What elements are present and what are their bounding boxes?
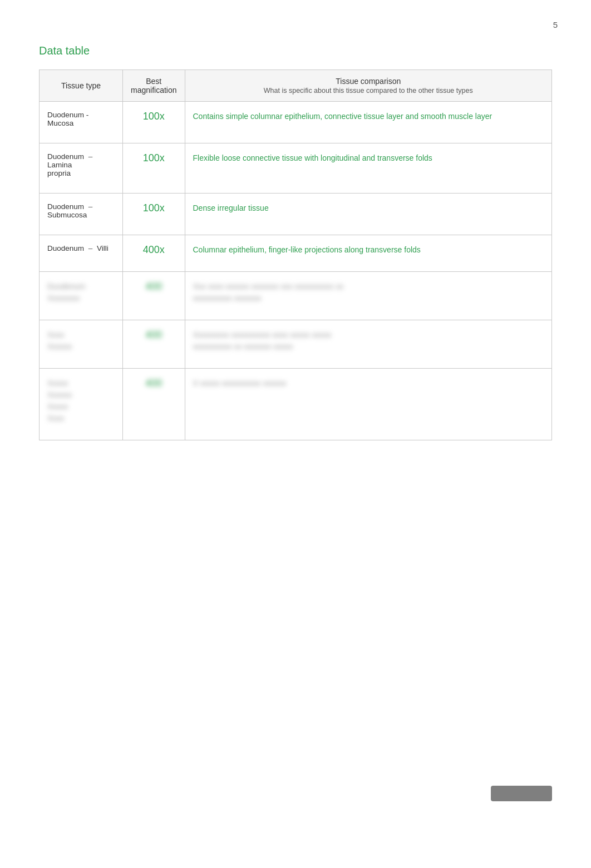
col-header-magnification: Best magnification [123,70,185,102]
magnification-value-blurred: 400 [145,329,162,340]
tissue-label: Duodenum [47,152,84,161]
section-title: Data table [39,44,552,57]
magnification-cell-blurred: 400 [123,272,185,320]
comparison-cell: Flexible loose connective tissue with lo… [185,143,552,194]
tissue-label-blurred: XxxxXxxxxx [47,330,72,351]
tissue-label: Duodenum [47,202,84,211]
tissue-label: Duodenum -Mucosa [47,111,88,127]
magnification-value: 100x [143,152,165,163]
magnification-value: 100x [143,111,165,122]
tissue-type-cell-blurred: XxxxxXxxxxxXxxxxXxxx [40,369,123,440]
magnification-cell-blurred: 400 [123,369,185,440]
col3-sub-label: What is specific about this tissue compa… [264,87,473,95]
tissue-dash: – [88,244,93,252]
data-table: Tissue type Best magnification Tissue co… [39,70,552,440]
magnification-value: 100x [143,202,165,214]
tissue-sublabel: Laminapropria [47,161,72,177]
magnification-cell: 100x [123,143,185,194]
magnification-cell-blurred: 400 [123,320,185,369]
tissue-sublabel: Submucosa [47,211,87,219]
col-header-tissue: Tissue type [40,70,123,102]
comparison-cell: Contains simple columnar epithelium, con… [185,102,552,143]
table-row: Duodenum – Villi 400x Columnar epitheliu… [40,235,552,272]
magnification-cell: 100x [123,194,185,235]
tissue-type-cell: Duodenum – Laminapropria [40,143,123,194]
magnification-value-blurred: 400 [145,281,162,292]
magnification-value-blurred: 400 [145,378,162,389]
tissue-type-cell-blurred: XxxxXxxxxx [40,320,123,369]
comparison-text-blurred: X xxxxx xxxxxxxxxx xxxxxx [193,379,287,388]
col-header-comparison: Tissue comparison What is specific about… [185,70,552,102]
tissue-sublabel: Villi [97,244,109,252]
tissue-type-cell: Duodenum – Submucosa [40,194,123,235]
table-row: XxxxXxxxxx 400 Xxxxxxxxx xxxxxxxxxx xxxx… [40,320,552,369]
comparison-text-blurred: Xxxxxxxxx xxxxxxxxxx xxxx xxxxx xxxxxxxx… [193,330,332,351]
comparison-text: Contains simple columnar epithelium, con… [193,112,493,121]
magnification-value: 400x [143,244,165,255]
tissue-dash: – [88,202,93,211]
tissue-type-cell: Duodenum – Villi [40,235,123,272]
comparison-text: Dense irregular tissue [193,204,269,212]
comparison-cell-blurred: Xxxxxxxxx xxxxxxxxxx xxxx xxxxx xxxxxxxx… [185,320,552,369]
col3-main-label: Tissue comparison [336,77,401,86]
magnification-cell: 400x [123,235,185,272]
table-row: Duodenum – Submucosa 100x Dense irregula… [40,194,552,235]
comparison-cell-blurred: X xxxxx xxxxxxxxxx xxxxxx [185,369,552,440]
tissue-type-cell-blurred: DuodenumXxxxxxxx [40,272,123,320]
tissue-label-blurred: XxxxxXxxxxxXxxxxXxxx [47,379,72,423]
table-row: DuodenumXxxxxxxx 400 Xxx xxxx xxxxxx xxx… [40,272,552,320]
tissue-type-cell: Duodenum -Mucosa [40,102,123,143]
tissue-label: Duodenum [47,244,84,252]
comparison-text-blurred: Xxx xxxx xxxxxx xxxxxxx xxx xxxxxxxxxx x… [193,282,344,302]
comparison-cell: Dense irregular tissue [185,194,552,235]
comparison-cell: Columnar epithelium, finger-like project… [185,235,552,272]
table-row: Duodenum – Laminapropria 100x Flexible l… [40,143,552,194]
table-row: XxxxxXxxxxxXxxxxXxxx 400 X xxxxx xxxxxxx… [40,369,552,440]
comparison-text: Columnar epithelium, finger-like project… [193,245,421,254]
comparison-text: Flexible loose connective tissue with lo… [193,153,432,162]
tissue-dash: – [88,152,93,161]
magnification-cell: 100x [123,102,185,143]
tissue-label-blurred: DuodenumXxxxxxxx [47,282,86,302]
bottom-bar [491,786,552,801]
table-row: Duodenum -Mucosa 100x Contains simple co… [40,102,552,143]
page-number: 5 [553,20,558,29]
comparison-cell-blurred: Xxx xxxx xxxxxx xxxxxxx xxx xxxxxxxxxx x… [185,272,552,320]
